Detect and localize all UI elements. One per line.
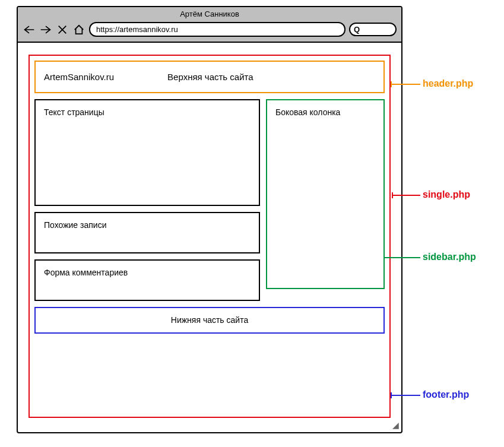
page-text-box: Текст страницы (34, 99, 260, 206)
stop-button[interactable] (56, 24, 69, 36)
comments-label: Форма комментариев (44, 268, 128, 277)
label-footer: footer.php (423, 389, 469, 400)
search-icon: Q (354, 25, 360, 34)
comments-form-box: Форма комментариев (34, 259, 260, 301)
label-sidebar: sidebar.php (423, 252, 476, 262)
home-button[interactable] (72, 24, 85, 36)
connector-footer (391, 395, 420, 396)
window-title: Артём Санников (18, 7, 401, 18)
related-posts-box: Похожие записи (34, 212, 260, 253)
search-input[interactable]: Q (349, 23, 397, 36)
sidebar-title: Боковая колонка (275, 107, 340, 117)
browser-toolbar: https://artemsannikov.ru Q (18, 18, 401, 43)
page-body: ArtemSannikov.ru Верхняя часть сайта Тек… (18, 43, 401, 430)
footer-caption: Нижняя часть сайта (171, 315, 248, 325)
connector-sidebar (383, 257, 420, 258)
site-name: ArtemSannikov.ru (44, 72, 114, 82)
related-label: Похожие записи (44, 220, 106, 230)
page-text-label: Текст страницы (44, 107, 104, 117)
forward-button[interactable] (39, 24, 52, 36)
label-single: single.php (423, 189, 470, 200)
back-button[interactable] (23, 24, 36, 36)
label-header: header.php (423, 78, 473, 89)
resize-grip-icon[interactable]: ◢ (392, 420, 399, 430)
connector-single (392, 195, 420, 196)
single-php-region: ArtemSannikov.ru Верхняя часть сайта Тек… (28, 55, 391, 418)
sidebar-php-region: Боковая колонка (266, 99, 385, 289)
browser-window: Артём Санников https://artemsannikov.ru … (17, 6, 402, 433)
header-php-region: ArtemSannikov.ru Верхняя часть сайта (34, 61, 385, 93)
footer-php-region: Нижняя часть сайта (34, 307, 385, 334)
url-input[interactable]: https://artemsannikov.ru (89, 22, 345, 37)
connector-header (391, 84, 420, 85)
header-caption: Верхняя часть сайта (167, 72, 253, 82)
